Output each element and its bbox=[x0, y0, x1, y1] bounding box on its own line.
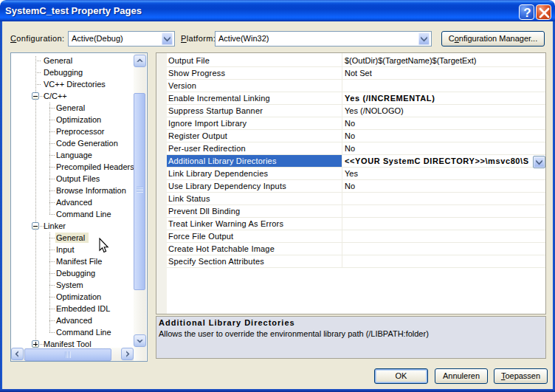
svg-text:?: ? bbox=[523, 6, 531, 20]
